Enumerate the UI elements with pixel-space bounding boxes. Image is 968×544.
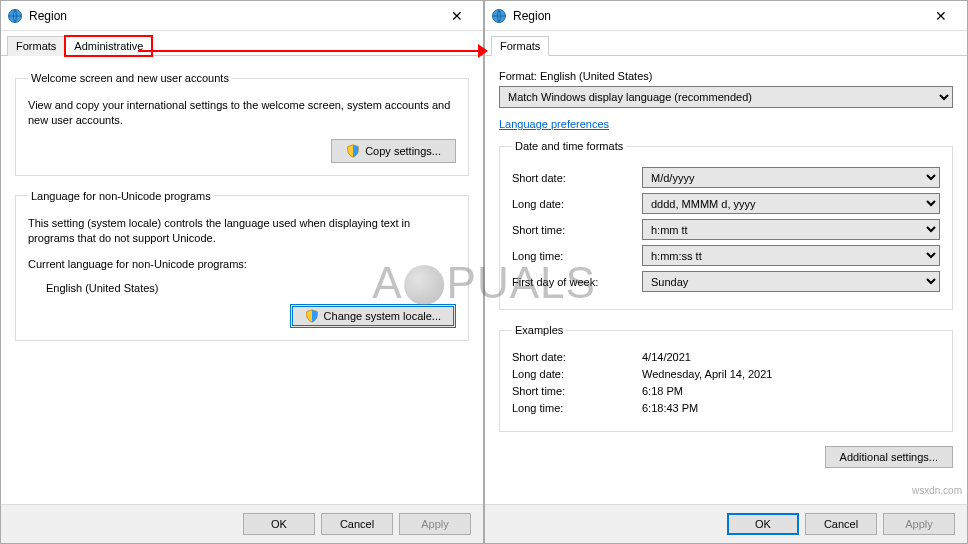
dialog-buttons: OK Cancel Apply <box>1 504 483 543</box>
non-unicode-group: Language for non-Unicode programs This s… <box>15 190 469 341</box>
content-area: Format: English (United States) Match Wi… <box>485 56 967 504</box>
group-legend: Welcome screen and new user accounts <box>28 72 232 84</box>
globe-icon <box>491 8 507 24</box>
dialog-buttons: OK Cancel Apply <box>485 504 967 543</box>
format-label: Format: English (United States) <box>499 70 953 82</box>
short-date-select[interactable]: M/d/yyyy <box>642 167 940 188</box>
window-title: Region <box>513 9 921 23</box>
globe-icon <box>7 8 23 24</box>
titlebar: Region ✕ <box>1 1 483 31</box>
short-time-select[interactable]: h:mm tt <box>642 219 940 240</box>
long-date-select[interactable]: dddd, MMMM d, yyyy <box>642 193 940 214</box>
close-button[interactable]: ✕ <box>921 8 961 24</box>
change-system-locale-button[interactable]: Change system locale... <box>290 304 456 328</box>
ok-button[interactable]: OK <box>243 513 315 535</box>
long-time-select[interactable]: h:mm:ss tt <box>642 245 940 266</box>
ex-short-date-value: 4/14/2021 <box>642 351 940 363</box>
region-window-administrative: Region ✕ Formats Administrative Welcome … <box>0 0 484 544</box>
short-time-label: Short time: <box>512 224 642 236</box>
cancel-button[interactable]: Cancel <box>321 513 393 535</box>
date-time-formats-group: Date and time formats Short date: M/d/yy… <box>499 140 953 310</box>
ex-long-time-value: 6:18:43 PM <box>642 402 940 414</box>
tab-formats[interactable]: Formats <box>7 36 65 56</box>
button-label: Copy settings... <box>365 145 441 157</box>
format-select[interactable]: Match Windows display language (recommen… <box>499 86 953 108</box>
additional-settings-button[interactable]: Additional settings... <box>825 446 953 468</box>
apply-button[interactable]: Apply <box>883 513 955 535</box>
region-window-formats: Region ✕ Formats Format: English (United… <box>484 0 968 544</box>
annotation-arrow-line <box>138 50 483 52</box>
button-label: Change system locale... <box>324 310 441 322</box>
ex-long-date-label: Long date: <box>512 368 642 380</box>
examples-group: Examples Short date: 4/14/2021 Long date… <box>499 324 953 432</box>
copy-settings-button[interactable]: Copy settings... <box>331 139 456 163</box>
content-area: Welcome screen and new user accounts Vie… <box>1 56 483 504</box>
ok-button[interactable]: OK <box>727 513 799 535</box>
welcome-screen-group: Welcome screen and new user accounts Vie… <box>15 72 469 176</box>
shield-icon <box>346 144 360 158</box>
tabstrip: Formats <box>485 31 967 56</box>
language-preferences-link[interactable]: Language preferences <box>499 118 609 130</box>
long-date-label: Long date: <box>512 198 642 210</box>
cancel-button[interactable]: Cancel <box>805 513 877 535</box>
titlebar: Region ✕ <box>485 1 967 31</box>
current-language-label: Current language for non-Unicode program… <box>28 257 456 272</box>
ex-long-date-value: Wednesday, April 14, 2021 <box>642 368 940 380</box>
ex-short-date-label: Short date: <box>512 351 642 363</box>
group-legend: Examples <box>512 324 566 336</box>
tabstrip: Formats Administrative <box>1 31 483 56</box>
group-description: This setting (system locale) controls th… <box>28 216 456 247</box>
short-date-label: Short date: <box>512 172 642 184</box>
annotation-arrow-head <box>478 44 488 58</box>
current-language-value: English (United States) <box>46 282 456 294</box>
group-description: View and copy your international setting… <box>28 98 456 129</box>
apply-button[interactable]: Apply <box>399 513 471 535</box>
first-day-select[interactable]: Sunday <box>642 271 940 292</box>
first-day-label: First day of week: <box>512 276 642 288</box>
close-button[interactable]: ✕ <box>437 8 477 24</box>
long-time-label: Long time: <box>512 250 642 262</box>
ex-short-time-label: Short time: <box>512 385 642 397</box>
tab-formats[interactable]: Formats <box>491 36 549 56</box>
ex-long-time-label: Long time: <box>512 402 642 414</box>
group-legend: Date and time formats <box>512 140 626 152</box>
group-legend: Language for non-Unicode programs <box>28 190 214 202</box>
tab-administrative[interactable]: Administrative <box>65 36 152 56</box>
window-title: Region <box>29 9 437 23</box>
ex-short-time-value: 6:18 PM <box>642 385 940 397</box>
shield-icon <box>305 309 319 323</box>
